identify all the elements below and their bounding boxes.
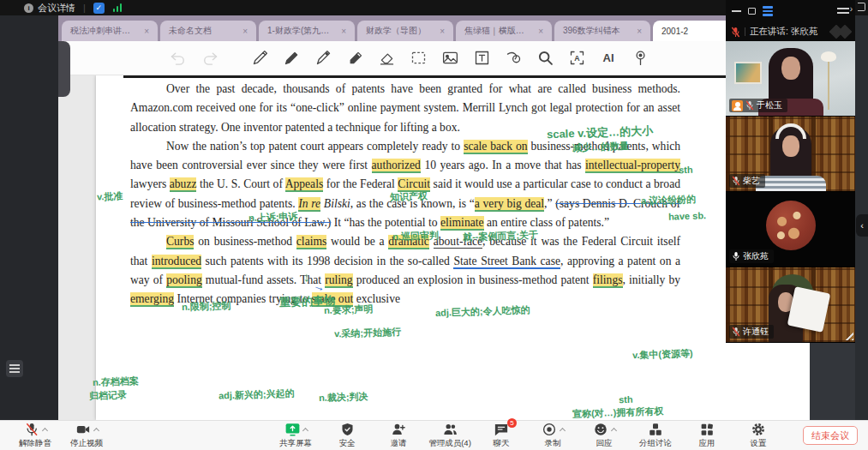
meeting-details-link[interactable]: 会议详情	[38, 2, 75, 15]
ocr-icon[interactable]: A	[566, 48, 587, 69]
divider: |	[83, 3, 86, 13]
button-label: 聊天	[494, 438, 510, 449]
close-icon[interactable]: ×	[433, 27, 445, 36]
paragraph: Curbs on business-method claims would be…	[130, 232, 680, 309]
button-label: 解除静音	[19, 438, 51, 449]
shapes-icon[interactable]	[503, 48, 524, 69]
breakout-button[interactable]: 分组讨论	[636, 422, 675, 449]
redo-icon[interactable]	[200, 48, 220, 69]
participant-tile[interactable]: 张欣苑	[726, 192, 855, 267]
doc-tab[interactable]: 财政学（导图） ×	[357, 21, 453, 41]
info-icon[interactable]: i	[24, 3, 33, 13]
collapse-panel-chevron[interactable]: ‹	[856, 214, 868, 237]
text-run: Now the nation’s top patent court appear…	[166, 140, 464, 153]
highlighter-icon[interactable]	[344, 48, 365, 69]
close-icon[interactable]: ×	[137, 27, 149, 36]
paragraph: Over the past decade, thousands of paten…	[130, 80, 680, 137]
text-run: abuzz	[170, 177, 197, 192]
record-button[interactable]: 录制	[533, 422, 572, 449]
close-icon[interactable]: ×	[334, 27, 346, 36]
network-signal-icon[interactable]	[113, 3, 123, 12]
text-run: claims	[296, 235, 327, 249]
text-run: such patents with its 1998 decision in t…	[201, 255, 453, 267]
unmute-button[interactable]: 解除静音	[15, 422, 55, 449]
doc-tab[interactable]: 未命名文档 ×	[160, 21, 256, 41]
eraser-icon[interactable]	[376, 48, 397, 69]
text-run: on business-method	[194, 235, 296, 248]
doc-tab-label: 财政学（导图）	[366, 25, 426, 37]
text-run: for the Federal	[323, 177, 398, 190]
participant-tile[interactable]: 柴艺	[726, 117, 855, 192]
chevron-up-icon[interactable]	[560, 428, 566, 434]
outline-list-icon[interactable]	[6, 360, 23, 377]
select-icon[interactable]	[408, 48, 428, 69]
text-run: mutual-fund assets. That	[202, 273, 325, 286]
chat-button[interactable]: 5 聊天	[482, 422, 521, 449]
close-icon[interactable]: ×	[236, 27, 248, 36]
document-page[interactable]: Over the past decade, thousands of paten…	[96, 75, 810, 420]
pencil-icon[interactable]	[281, 48, 302, 69]
pen-icon[interactable]	[249, 48, 270, 69]
doc-tab[interactable]: 396数学纠错本 ×	[554, 21, 650, 41]
chevron-up-icon[interactable]	[93, 428, 99, 434]
shield-icon	[338, 422, 356, 437]
participant-tile[interactable]: 许通钰	[726, 267, 855, 343]
chevron-up-icon[interactable]	[302, 428, 308, 434]
laser-icon[interactable]	[630, 48, 650, 69]
minimize-icon[interactable]	[732, 10, 741, 12]
participant-name: 张欣苑	[743, 250, 769, 262]
share-screen-button[interactable]: 共享屏幕	[276, 422, 315, 449]
security-button[interactable]: 安全	[327, 422, 367, 449]
logo-watermark	[829, 25, 852, 39]
text-run: stake out	[312, 292, 354, 307]
svg-text:A: A	[574, 54, 580, 63]
fountain-pen-icon[interactable]	[313, 48, 333, 69]
chevron-up-icon[interactable]	[42, 428, 48, 434]
participant-tile[interactable]: 于松玉	[726, 41, 855, 117]
participant-label: 张欣苑	[729, 249, 774, 263]
switch-view-icon[interactable]	[837, 7, 849, 15]
apps-button[interactable]: 应用	[687, 422, 727, 449]
layout-icon[interactable]	[763, 6, 773, 16]
close-icon[interactable]: ×	[630, 27, 642, 36]
participant-label: 柴艺	[729, 174, 765, 188]
mic-status-icon	[732, 251, 740, 261]
manage-members-button[interactable]: 管理成员(4)	[430, 422, 470, 449]
mic-muted-icon	[23, 422, 40, 437]
gear-icon	[750, 422, 767, 437]
close-icon[interactable]: ×	[531, 27, 543, 36]
magnifier-icon[interactable]	[535, 48, 555, 69]
speaking-status-row: 正在讲话: 张欣苑	[726, 22, 855, 41]
doc-tab-label: 2001-2	[661, 27, 688, 36]
expand-icon[interactable]	[858, 3, 865, 11]
button-label: 分组讨论	[639, 438, 672, 449]
text-run: Appeals	[285, 177, 324, 192]
text-icon[interactable]	[471, 48, 492, 69]
button-label: 停止视频	[70, 438, 103, 449]
image-icon[interactable]	[440, 48, 460, 69]
ai-icon[interactable]: AI	[598, 48, 619, 69]
doc-tab-label: 未命名文档	[169, 25, 212, 37]
text-run: about-face	[434, 235, 482, 249]
text-run: dramatic	[388, 235, 429, 249]
video-tiles: 于松玉 柴艺 张欣苑 许通钰	[726, 41, 855, 343]
text-run: eliminate	[440, 216, 484, 231]
doc-tab[interactable]: 税法冲刺串讲… ×	[62, 21, 158, 41]
button-label: 回应	[596, 438, 613, 449]
mic-muted-icon	[731, 27, 740, 38]
stop-video-button[interactable]: 停止视频	[67, 422, 106, 449]
chevron-up-icon[interactable]	[611, 428, 617, 434]
settings-button[interactable]: 设置	[739, 422, 778, 449]
text-run: lawyers	[130, 177, 170, 190]
end-meeting-button[interactable]: 结束会议	[803, 426, 858, 445]
button-label: 安全	[339, 438, 356, 449]
restore-icon[interactable]	[748, 8, 756, 15]
text-run: produced an explosion in business-method…	[353, 273, 593, 286]
shield-check-icon[interactable]: ✓	[93, 3, 105, 14]
doc-tab[interactable]: 焦绿猫｜横版… ×	[456, 21, 552, 41]
doc-tab[interactable]: 1-财政学(第九… ×	[259, 21, 355, 41]
invite-button[interactable]: 邀请	[379, 422, 418, 449]
doc-tab-label: 1-财政学(第九…	[267, 25, 329, 37]
reaction-button[interactable]: 回应	[584, 422, 624, 449]
undo-icon[interactable]	[168, 48, 189, 69]
